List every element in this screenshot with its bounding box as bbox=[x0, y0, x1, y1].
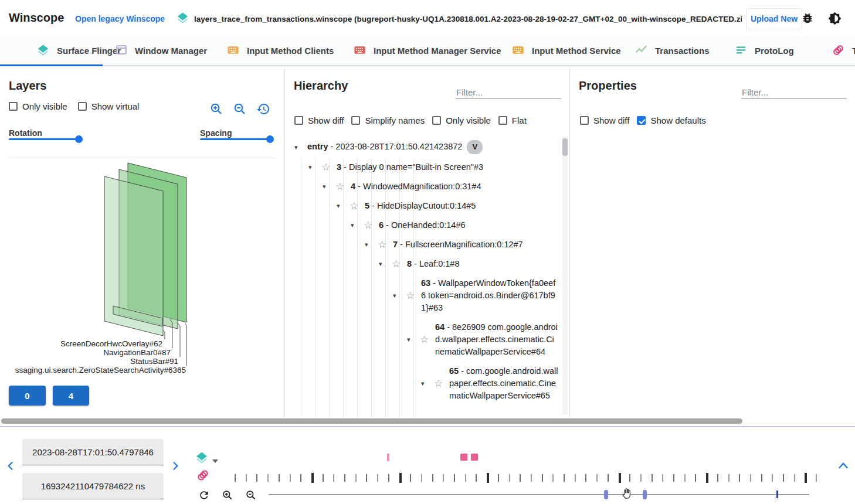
range-handle-right[interactable] bbox=[643, 490, 647, 499]
bug-report-icon[interactable] bbox=[801, 12, 814, 25]
caret-down-icon[interactable]: ▾ bbox=[393, 292, 406, 299]
layers-checkbox-show-virtual[interactable]: Show virtual bbox=[78, 101, 140, 111]
tree-node-label: 65 - com.google.android.wallpaper.effect… bbox=[449, 365, 558, 402]
layer-id-button-4[interactable]: 4 bbox=[53, 386, 89, 406]
checkbox-label: Only visible bbox=[446, 115, 491, 125]
star-icon[interactable]: ☆ bbox=[321, 164, 337, 172]
star-icon[interactable]: ☆ bbox=[392, 260, 407, 268]
tab-transactions[interactable]: Transactions bbox=[635, 36, 710, 65]
chevron-left-icon[interactable] bbox=[5, 460, 16, 474]
timeline-range-line[interactable] bbox=[269, 494, 809, 495]
star-icon[interactable]: ☆ bbox=[378, 241, 393, 249]
ruler-tick bbox=[454, 474, 455, 482]
tab-tr[interactable]: Tr bbox=[832, 36, 855, 65]
checkbox-label: Show diff bbox=[593, 115, 629, 125]
ruler-tick bbox=[377, 474, 378, 482]
timestamp-ns-input[interactable] bbox=[22, 473, 164, 499]
tree-node-63[interactable]: ▾☆63 - WallpaperWindowToken{fa0eef6 toke… bbox=[285, 274, 570, 318]
star-icon[interactable]: ☆ bbox=[420, 336, 435, 344]
star-icon[interactable]: ☆ bbox=[406, 292, 421, 300]
transitions-trace-icon[interactable] bbox=[196, 468, 210, 485]
hierarchy-checkbox-simplify-names[interactable]: Simplify names bbox=[351, 115, 425, 125]
layers-checkbox-row: Only visibleShow virtual bbox=[9, 101, 139, 111]
ruler-tick bbox=[619, 473, 621, 483]
zoom-in-icon[interactable] bbox=[209, 102, 223, 116]
hierarchy-checkbox-only-visible[interactable]: Only visible bbox=[432, 115, 491, 125]
caret-down-icon[interactable]: ▾ bbox=[308, 164, 321, 171]
layers-checkbox-only-visible[interactable]: Only visible bbox=[9, 101, 67, 111]
tab-input-method-clients[interactable]: Input Method Clients bbox=[226, 36, 334, 65]
tree-node-5[interactable]: ▾☆5 - HideDisplayCutout:0:14#5 bbox=[285, 196, 570, 216]
surface-flinger-trace-icon[interactable] bbox=[195, 451, 209, 467]
tree-node-label: 63 - WallpaperWindowToken{fa0eef6 token=… bbox=[421, 277, 558, 314]
horizontal-scrollbar-thumb[interactable] bbox=[1, 418, 742, 424]
ruler-tick bbox=[333, 474, 334, 482]
tab-input-method-service[interactable]: Input Method Service bbox=[511, 36, 621, 65]
caret-down-icon[interactable]: ▾ bbox=[421, 380, 434, 387]
tree-node-label: 7 - FullscreenMagnification:0:12#7 bbox=[393, 239, 523, 251]
restore-icon[interactable] bbox=[256, 102, 270, 116]
ruler-tick bbox=[267, 474, 269, 482]
layers-panel: Layers Only visibleShow virtual Rotation… bbox=[0, 69, 285, 417]
caret-down-icon[interactable]: ▾ bbox=[323, 183, 335, 190]
rotation-slider[interactable] bbox=[9, 138, 80, 140]
chevron-right-icon[interactable] bbox=[169, 460, 181, 474]
layer-id-button-0[interactable]: 0 bbox=[9, 386, 46, 406]
star-icon[interactable]: ☆ bbox=[434, 380, 449, 388]
ruler-tick bbox=[761, 474, 762, 482]
refresh-icon[interactable] bbox=[198, 489, 210, 503]
checkbox-box bbox=[432, 116, 441, 125]
chevron-up-icon[interactable] bbox=[837, 461, 849, 472]
tree-node-4[interactable]: ▾☆4 - WindowedMagnification:0:31#4 bbox=[285, 177, 570, 196]
hierarchy-filter-input[interactable] bbox=[456, 86, 561, 99]
checkbox-label: Show defaults bbox=[650, 115, 705, 125]
caret-down-icon[interactable]: ▾ bbox=[294, 144, 307, 151]
tree-node-3[interactable]: ▾☆3 - Display 0 name="Built-in Screen"#3 bbox=[285, 158, 570, 177]
timeline-zoom-out-icon[interactable] bbox=[245, 489, 257, 503]
caret-down-icon[interactable]: ▾ bbox=[337, 202, 350, 210]
ruler-tick bbox=[388, 474, 389, 482]
tree-node-label: 64 - 8e26909 com.google.android.wallpape… bbox=[435, 321, 558, 358]
tab-protolog[interactable]: ProtoLog bbox=[734, 36, 794, 65]
hierarchy-scrollbar-thumb[interactable] bbox=[562, 138, 568, 156]
tab-label: Tr bbox=[852, 46, 855, 56]
hierarchy-scrollbar-track[interactable] bbox=[562, 137, 568, 414]
hierarchy-checkbox-show-diff[interactable]: Show diff bbox=[294, 115, 344, 125]
open-legacy-winscope-link[interactable]: Open legacy Winscope bbox=[75, 14, 165, 23]
tree-node-7[interactable]: ▾☆7 - FullscreenMagnification:0:12#7 bbox=[285, 235, 570, 254]
hierarchy-checkbox-flat[interactable]: Flat bbox=[498, 115, 527, 125]
properties-checkbox-show-diff[interactable]: Show diff bbox=[580, 115, 629, 125]
upload-new-button[interactable]: Upload New bbox=[746, 8, 802, 29]
caret-down-icon[interactable]: ▾ bbox=[407, 336, 420, 343]
tab-input-method-manager-service[interactable]: Input Method Manager Service bbox=[353, 36, 501, 65]
layer-label: NavigationBar0#87 bbox=[103, 348, 171, 357]
dark-mode-icon[interactable] bbox=[828, 12, 841, 25]
ruler-tick bbox=[564, 474, 565, 482]
horizontal-scrollbar[interactable] bbox=[0, 417, 855, 425]
chevron-down-icon[interactable] bbox=[212, 459, 218, 463]
ruler-tick bbox=[596, 474, 598, 482]
tree-node-65[interactable]: ▾☆65 - com.google.android.wallpaper.effe… bbox=[285, 362, 570, 406]
range-handle-left[interactable] bbox=[604, 490, 608, 499]
properties-checkbox-show-defaults[interactable]: Show defaults bbox=[637, 115, 705, 125]
timestamp-human-input[interactable] bbox=[22, 439, 164, 465]
caret-down-icon[interactable]: ▾ bbox=[365, 241, 378, 248]
timeline-zoom-in-icon[interactable] bbox=[222, 489, 233, 503]
star-icon[interactable]: ☆ bbox=[335, 183, 351, 191]
file-name: layers_trace_from_transactions.winscope … bbox=[194, 15, 742, 23]
tab-surface-flinger[interactable]: Surface Flinger bbox=[36, 36, 121, 65]
zoom-out-icon[interactable] bbox=[233, 102, 247, 116]
caret-down-icon[interactable]: ▾ bbox=[351, 222, 364, 229]
tree-node-8[interactable]: ▾☆8 - Leaf:0:1#8 bbox=[285, 254, 570, 274]
tree-node-entry[interactable]: ▾entry - 2023-08-28T17:01:50.421423872V bbox=[285, 137, 570, 158]
tree-node-64[interactable]: ▾☆64 - 8e26909 com.google.android.wallpa… bbox=[285, 318, 570, 362]
star-icon[interactable]: ☆ bbox=[364, 222, 379, 230]
properties-filter-input[interactable] bbox=[741, 86, 847, 99]
spacing-slider[interactable] bbox=[200, 138, 271, 140]
caret-down-icon[interactable]: ▾ bbox=[379, 260, 392, 268]
tab-window-manager[interactable]: Window Manager bbox=[115, 36, 207, 65]
rotation-slider-thumb[interactable] bbox=[75, 135, 83, 143]
spacing-slider-thumb[interactable] bbox=[266, 135, 274, 143]
star-icon[interactable]: ☆ bbox=[350, 202, 365, 210]
tree-node-6[interactable]: ▾☆6 - OneHanded:0:14#6 bbox=[285, 216, 570, 235]
